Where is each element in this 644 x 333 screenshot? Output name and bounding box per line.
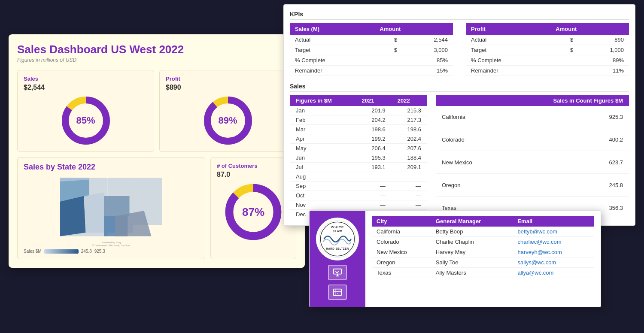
month-2022: — — [392, 172, 427, 182]
state-col-header: Sales in Count Figures $M — [436, 95, 629, 106]
sales-section-title: Sales — [290, 83, 629, 92]
table-icon[interactable]: × — [328, 285, 347, 300]
kpi-row-symbol — [374, 66, 402, 76]
sales-kpi-row: Target $ 3,000 — [290, 45, 453, 55]
kpi-row-value: 11% — [578, 66, 629, 76]
kpi-top-row: Sales $2,544 85% Profit $890 — [17, 70, 296, 152]
sales-kpi-label: Sales — [24, 76, 148, 82]
month-label: Apr — [290, 134, 356, 144]
contact-manager: Betty Boop — [431, 227, 513, 237]
monthly-sales-row: Nov — — — [290, 200, 427, 210]
sales-col1-header: Sales (M) — [290, 23, 374, 35]
contact-table-area: City General Manager Email California Be… — [365, 211, 601, 307]
presentation-icon-svg — [333, 268, 342, 277]
month-2021: — — [356, 200, 392, 210]
contact-email: harveyh@wc.com — [513, 247, 594, 257]
kpi-row-symbol: $ — [550, 35, 578, 45]
profit-kpi-box: Profit $890 89% — [159, 70, 296, 152]
month-label: Mar — [290, 125, 356, 134]
map-title: Sales by State 2022 — [24, 163, 199, 172]
kpi-row-value: 2,544 — [402, 35, 453, 45]
month-2022: — — [392, 182, 427, 191]
profit-col1-header: Profit — [466, 23, 550, 35]
legend-high: 925.3 — [94, 249, 105, 254]
svg-text:© GeoNames, Microsoft, TomTom: © GeoNames, Microsoft, TomTom — [92, 244, 130, 247]
contact-email: bettyb@wc.com — [513, 227, 594, 237]
contact-row: Colorado Charlie Chaplin charliec@wc.com — [372, 237, 594, 247]
month-2021: 201.9 — [356, 106, 392, 115]
month-2022: — — [392, 191, 427, 200]
contact-email: sallys@wc.com — [513, 257, 594, 268]
contact-city: Oregon — [372, 257, 431, 268]
monthly-sales-row: Jan 201.9 215.3 — [290, 106, 427, 115]
profit-kpi-row: Remainder 11% — [466, 66, 629, 76]
state-sales-row: New Mexico 623.7 — [436, 151, 629, 174]
profit-percent-text: 89% — [218, 115, 237, 126]
monthly-sales-table: Figures in $M 2021 2022 Jan 201.9 215.3 … — [290, 95, 427, 219]
customers-donut-container: 87% — [217, 182, 290, 242]
kpi-row-value: 1,000 — [578, 45, 629, 55]
contact-icons: × — [328, 265, 347, 300]
contact-email-header: Email — [513, 216, 594, 227]
month-label: Feb — [290, 115, 356, 125]
sales-percent-text: 85% — [76, 115, 95, 126]
contact-email: charliec@wc.com — [513, 237, 594, 247]
kpi-tables-row: Sales (M) Amount Actual $ 2,544 Target $… — [290, 23, 629, 76]
month-label: May — [290, 144, 356, 153]
sales-kpi-row: Actual $ 2,544 — [290, 35, 453, 45]
month-2021: 195.3 — [356, 153, 392, 163]
state-value: 623.7 — [556, 151, 629, 174]
monthly-col1-header: 2021 — [356, 95, 392, 106]
contact-manager: Charlie Chaplin — [431, 237, 513, 247]
svg-text:Powered by Bing: Powered by Bing — [102, 242, 121, 244]
monthly-sales-row: Oct — — — [290, 191, 427, 200]
kpi-row-label: Actual — [290, 35, 374, 45]
state-name: Oregon — [436, 174, 556, 197]
month-label: Sep — [290, 182, 356, 191]
contact-logo-area: WHITE CLAW HARD SELTZER — [310, 211, 365, 307]
kpi-row-label: Target — [290, 45, 374, 55]
month-2021: 199.2 — [356, 134, 392, 144]
profit-kpi-value: $890 — [166, 84, 290, 91]
month-2022: 217.3 — [392, 115, 427, 125]
map-legend: Sales $M 245.8 925.3 — [24, 249, 199, 254]
contact-manager-header: General Manager — [431, 216, 513, 227]
month-2021: — — [356, 191, 392, 200]
legend-label: Sales $M — [24, 249, 42, 254]
monthly-sales-row: Aug — — — [290, 172, 427, 182]
legend-low: 245.8 — [81, 249, 92, 254]
month-2021: 204.2 — [356, 115, 392, 125]
kpi-panel: KPIs Sales (M) Amount Actual $ 2,544 Tar… — [283, 4, 635, 226]
svg-marker-11 — [84, 193, 104, 233]
customers-kpi-label: # of Customers — [217, 163, 290, 169]
white-claw-logo-svg: WHITE CLAW HARD SELTZER — [318, 220, 357, 258]
monthly-col2-header: 2022 — [392, 95, 427, 106]
map-box: Sales by State 2022 — [17, 157, 205, 259]
profit-col2-header: Amount — [550, 23, 629, 35]
kpi-row-label: Target — [466, 45, 550, 55]
kpi-row-label: Remainder — [466, 66, 550, 76]
profit-donut-wrapper: 89% — [202, 95, 254, 146]
svg-text:WHITE: WHITE — [331, 225, 344, 229]
kpi-row-label: Remainder — [290, 66, 374, 76]
profit-kpi-row: Actual $ 890 — [466, 35, 629, 45]
dashboard-card: Sales Dashboard US West 2022 Figures in … — [9, 34, 305, 268]
month-label: Oct — [290, 191, 356, 200]
month-label: Aug — [290, 172, 356, 182]
sales-kpi-box: Sales $2,544 85% — [17, 70, 154, 152]
profit-kpi-label: Profit — [166, 76, 290, 82]
legend-gradient — [44, 249, 79, 254]
profit-kpi-row: Target $ 1,000 — [466, 45, 629, 55]
contact-row: Oregon Sally Toe sallys@wc.com — [372, 257, 594, 268]
svg-text:HARD SELTZER: HARD SELTZER — [326, 247, 349, 250]
state-name: California — [436, 106, 556, 128]
month-2021: 206.4 — [356, 144, 392, 153]
presentation-icon[interactable] — [328, 265, 347, 280]
state-sales-table: Sales in Count Figures $M California 925… — [436, 95, 629, 219]
sales-donut-wrapper: 85% — [60, 95, 112, 146]
monthly-sales-row: Feb 204.2 217.3 — [290, 115, 427, 125]
month-2022: 188.4 — [392, 153, 427, 163]
sales-kpi-row: % Complete 85% — [290, 55, 453, 66]
month-label: Nov — [290, 200, 356, 210]
svg-marker-10 — [60, 196, 86, 236]
